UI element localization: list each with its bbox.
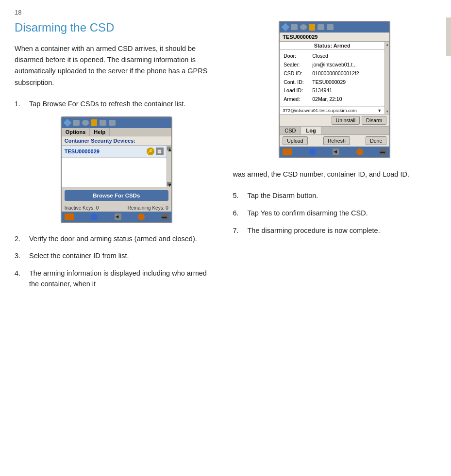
step-5: 5. Tap the Disarm button. — [233, 191, 437, 201]
scroll-down-arrow[interactable]: ▼ — [167, 182, 171, 186]
continuation-text: was armed, the CSD number, container ID,… — [233, 169, 437, 180]
id-icon: ▤ — [156, 148, 164, 155]
scroll-up-arrow[interactable]: ▲ — [167, 147, 171, 150]
done-button[interactable]: Done — [366, 136, 386, 145]
step-7-num: 7. — [233, 226, 244, 236]
orange-icon — [138, 213, 145, 220]
steps-left-remaining: 2. Verify the door and arming status (ar… — [15, 234, 218, 290]
step-1: 1. Tap Browse For CSDs to refresh the co… — [15, 99, 218, 110]
right-column: TESU0000029 Status: Armed Door: Closed S… — [233, 21, 437, 296]
field-door: Door: Closed — [284, 52, 381, 61]
phone-top-bar-left — [62, 117, 171, 128]
scrollbar[interactable]: ▲ ▼ — [167, 146, 171, 187]
upload-button[interactable]: Upload — [283, 136, 307, 145]
phone-list: TESU0000029 🔑 ▤ — [62, 146, 167, 187]
steps-left: 1. Tap Browse For CSDs to refresh the co… — [15, 99, 218, 110]
section-title: Disarming the CSD — [15, 21, 218, 34]
left-column: Disarming the CSD When a container with … — [15, 21, 218, 296]
step-5-num: 5. — [233, 191, 244, 201]
tab-log[interactable]: Log — [301, 127, 321, 134]
phone-mockup-left: Options Help Container Security Devices:… — [61, 116, 172, 223]
detail-scrollbar[interactable]: ▲ ▼ — [384, 42, 389, 114]
field-sealer: Sealer: jon@intscweb01.t... — [284, 61, 381, 69]
phone-icon — [82, 120, 89, 126]
menu-help[interactable]: Help — [90, 128, 110, 136]
disarm-button[interactable]: Disarm — [362, 116, 386, 125]
grid-icon — [109, 120, 116, 126]
field-csd-id: CSD ID: 010000000000012f2 — [284, 69, 381, 78]
door-label: Door: — [284, 52, 310, 61]
field-cont-id: Cont. ID: TESU0000029 — [284, 78, 381, 87]
armed-value: 02Mar, 22:10 — [312, 95, 342, 104]
cont-id-value: TESU0000029 — [312, 78, 346, 87]
step-6: 6. Tap Yes to confirm disarming the CSD. — [233, 208, 437, 219]
power-icon-r: ▬ — [380, 148, 386, 155]
email-row: 372@intscweb01.test.suprakim.com ▼ — [280, 106, 384, 114]
inactive-keys-label: Inactive Keys: 0 — [65, 205, 99, 211]
detail-fields: Door: Closed Sealer: jon@intscweb01.t...… — [280, 50, 384, 106]
step-5-text: Tap the Disarm button. — [248, 191, 318, 201]
browse-csds-button[interactable]: Browse For CSDs — [65, 190, 168, 201]
phone-mockup-right: TESU0000029 Status: Armed Door: Closed S… — [279, 21, 390, 158]
diamond-icon — [63, 118, 71, 127]
tab-csd[interactable]: CSD — [280, 127, 301, 134]
sealer-label: Sealer: — [284, 61, 310, 69]
top-icons-right — [283, 24, 334, 31]
menu-icon — [73, 120, 80, 126]
field-load-id: Load ID: 5134941 — [284, 86, 381, 95]
speaker-icon-r: ◄ — [333, 148, 339, 155]
step-6-num: 6. — [233, 208, 244, 219]
battery-icon — [65, 213, 74, 220]
field-armed: Armed: 02Mar, 22:10 — [284, 95, 381, 104]
phone-bottom-buttons: Upload Refresh Done — [280, 135, 389, 147]
top-icons-left — [65, 119, 116, 126]
armed-label: Armed: — [284, 95, 310, 104]
csd-id-value: 010000000000012f2 — [312, 69, 359, 78]
phone-list-container: TESU0000029 🔑 ▤ ▲ ▼ — [62, 146, 171, 187]
step-3: 3. Select the container ID from list. — [15, 251, 218, 262]
load-id-label: Load ID: — [284, 86, 310, 95]
remaining-keys-label: Remaining Keys: 0 — [128, 205, 168, 211]
cont-id-label: Cont. ID: — [284, 78, 310, 87]
signal-icon — [100, 120, 106, 126]
power-icon: ▬ — [162, 213, 168, 220]
refresh-button[interactable]: Refresh — [323, 136, 350, 145]
phone-status-bar-left: Inactive Keys: 0 Remaining Keys: 0 — [62, 204, 171, 212]
phone-top-bar-right — [280, 22, 389, 33]
menu-icon-r — [291, 24, 298, 30]
menu-options[interactable]: Options — [62, 128, 90, 136]
uninstall-button[interactable]: Uninstall — [332, 116, 360, 125]
scroll-down-r[interactable]: ▼ — [385, 110, 389, 113]
sealer-value: jon@intscweb01.t... — [312, 61, 357, 69]
step-7-text: The disarming procedure is now complete. — [248, 226, 380, 236]
alert-icon — [91, 119, 97, 126]
step-2: 2. Verify the door and arming status (ar… — [15, 234, 218, 245]
list-item-label: TESU0000029 — [65, 148, 100, 154]
diamond-icon-r — [282, 23, 290, 32]
load-id-value: 5134941 — [312, 86, 332, 95]
phone-bottom-bar-right: ◄ ▬ — [280, 147, 389, 157]
bluetooth-icon — [91, 213, 98, 220]
step-3-num: 3. — [15, 251, 25, 262]
detail-container: Status: Armed Door: Closed Sealer: jon@i… — [280, 42, 389, 115]
dropdown-arrow: ▼ — [377, 108, 382, 113]
step-7: 7. The disarming procedure is now comple… — [233, 226, 437, 236]
step-1-num: 1. — [15, 99, 25, 110]
step-2-num: 2. — [15, 234, 25, 245]
phone-list-item-tesu[interactable]: TESU0000029 🔑 ▤ — [62, 146, 167, 158]
signal-icon-r — [317, 24, 324, 30]
step-2-text: Verify the door and arming status (armed… — [29, 234, 197, 245]
grid-icon-r — [327, 24, 334, 30]
scroll-up-r[interactable]: ▲ — [385, 43, 389, 46]
phone-list-title: Container Security Devices: — [62, 136, 171, 146]
step-4-num: 4. — [15, 268, 25, 290]
phone-tabs: CSD Log — [280, 127, 389, 135]
detail-content: Status: Armed Door: Closed Sealer: jon@i… — [280, 42, 384, 114]
csd-id-label: CSD ID: — [284, 69, 310, 78]
alert-icon-r — [309, 24, 315, 31]
page-number: 18 — [15, 9, 436, 16]
phone-bottom-bar-left: ◄ ▬ — [62, 212, 171, 222]
device-id-bar: TESU0000029 — [280, 33, 389, 42]
battery-icon-r — [283, 148, 292, 155]
list-item-icons: 🔑 ▤ — [147, 148, 164, 155]
